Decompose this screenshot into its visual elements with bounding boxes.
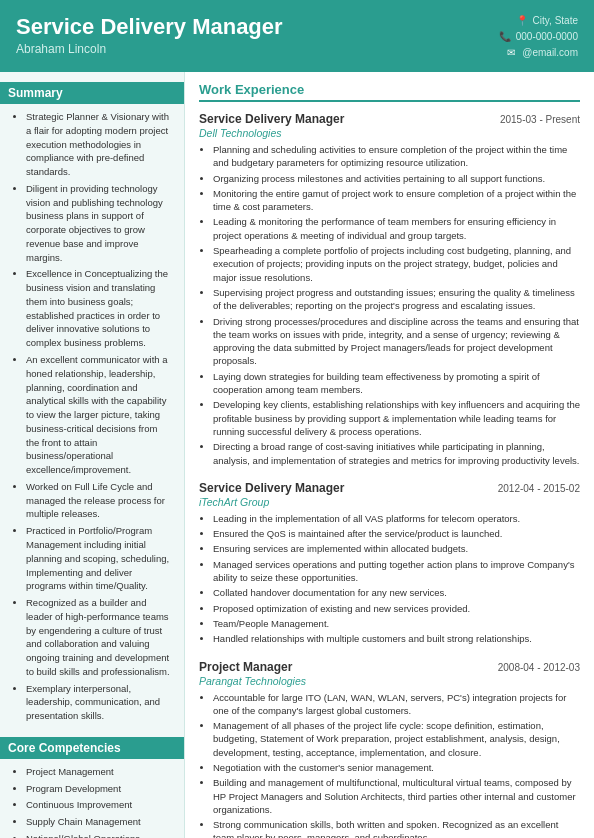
- list-item: Continuous Improvement: [26, 798, 172, 812]
- job-company: iTechArt Group: [199, 496, 580, 508]
- job-title: Project Manager: [199, 660, 292, 674]
- phone-icon: 📞: [499, 30, 511, 42]
- list-item: Planning and scheduling activities to en…: [213, 143, 580, 170]
- list-item: Leading & monitoring the performance of …: [213, 215, 580, 242]
- list-item: Strategic Planner & Visionary with a fla…: [26, 110, 172, 179]
- job-title: Service Delivery Manager: [199, 481, 344, 495]
- sidebar-section-title: Summary: [0, 82, 184, 104]
- job-entry: Service Delivery Manager2015-03 - Presen…: [199, 112, 580, 467]
- email-text: @email.com: [522, 47, 578, 58]
- page-title: Service Delivery Manager: [16, 14, 283, 40]
- list-item: Spearheading a complete portfolio of pro…: [213, 244, 580, 284]
- list-item: Monitoring the entire gamut of project w…: [213, 187, 580, 214]
- list-item: Accountable for large ITO (LAN, WAN, WLA…: [213, 691, 580, 718]
- list-item: Ensured the QoS is maintained after the …: [213, 527, 580, 540]
- header-subtitle: Abraham Lincoln: [16, 42, 283, 56]
- list-item: Handled relationships with multiple cust…: [213, 632, 580, 645]
- job-bullets: Accountable for large ITO (LAN, WAN, WLA…: [199, 691, 580, 839]
- list-item: Developing key clients, establishing rel…: [213, 398, 580, 438]
- job-title: Service Delivery Manager: [199, 112, 344, 126]
- sidebar-section: Core CompetenciesProject ManagementProgr…: [12, 737, 172, 838]
- list-item: Ensuring services are implemented within…: [213, 542, 580, 555]
- header-left: Service Delivery Manager Abraham Lincoln: [16, 14, 283, 56]
- work-experience-header: Work Experience: [199, 82, 580, 102]
- job-company: Dell Technologies: [199, 127, 580, 139]
- list-item: Building and management of multifunction…: [213, 776, 580, 816]
- job-dates: 2012-04 - 2015-02: [498, 483, 580, 494]
- job-company: Parangat Technologies: [199, 675, 580, 687]
- job-entry: Project Manager2008-04 - 2012-03Parangat…: [199, 660, 580, 839]
- main-layout: SummaryStrategic Planner & Visionary wit…: [0, 72, 594, 838]
- list-item: Program Development: [26, 782, 172, 796]
- sidebar-section-list: Strategic Planner & Visionary with a fla…: [12, 110, 172, 723]
- list-item: Supply Chain Management: [26, 815, 172, 829]
- list-item: Collated handover documentation for any …: [213, 586, 580, 599]
- location-text: City, State: [533, 15, 578, 26]
- list-item: Supervising project progress and outstan…: [213, 286, 580, 313]
- list-item: Directing a broad range of cost-saving i…: [213, 440, 580, 467]
- sidebar: SummaryStrategic Planner & Visionary wit…: [0, 72, 185, 838]
- contact-location: 📍 City, State: [516, 14, 578, 26]
- list-item: Leading in the implementation of all VAS…: [213, 512, 580, 525]
- job-bullets: Leading in the implementation of all VAS…: [199, 512, 580, 646]
- list-item: Worked on Full Life Cycle and managed th…: [26, 480, 172, 521]
- list-item: Project Management: [26, 765, 172, 779]
- list-item: Laying down strategies for building team…: [213, 370, 580, 397]
- sidebar-section-list: Project ManagementProgram DevelopmentCon…: [12, 765, 172, 838]
- job-bullets: Planning and scheduling activities to en…: [199, 143, 580, 467]
- job-title-row: Service Delivery Manager2015-03 - Presen…: [199, 112, 580, 126]
- list-item: Driving strong processes/procedures and …: [213, 315, 580, 368]
- header: Service Delivery Manager Abraham Lincoln…: [0, 0, 594, 72]
- content-area: Work Experience Service Delivery Manager…: [185, 72, 594, 838]
- phone-text: 000-000-0000: [516, 31, 578, 42]
- list-item: Negotiation with the customer's senior m…: [213, 761, 580, 774]
- job-dates: 2008-04 - 2012-03: [498, 662, 580, 673]
- contact-phone: 📞 000-000-0000: [499, 30, 578, 42]
- list-item: Diligent in providing technology vision …: [26, 182, 172, 265]
- list-item: Exemplary interpersonal, leadership, com…: [26, 682, 172, 723]
- job-title-row: Service Delivery Manager2012-04 - 2015-0…: [199, 481, 580, 495]
- sidebar-section: SummaryStrategic Planner & Visionary wit…: [12, 82, 172, 723]
- list-item: Recognized as a builder and leader of hi…: [26, 596, 172, 679]
- header-right: 📍 City, State 📞 000-000-0000 ✉ @email.co…: [499, 14, 578, 58]
- list-item: Proposed optimization of existing and ne…: [213, 602, 580, 615]
- contact-email: ✉ @email.com: [505, 46, 578, 58]
- list-item: An excellent communicator with a honed r…: [26, 353, 172, 477]
- sidebar-section-title: Core Competencies: [0, 737, 184, 759]
- job-title-row: Project Manager2008-04 - 2012-03: [199, 660, 580, 674]
- list-item: Excellence in Conceptualizing the busine…: [26, 267, 172, 350]
- list-item: Organizing process milestones and activi…: [213, 172, 580, 185]
- list-item: Team/People Management.: [213, 617, 580, 630]
- list-item: Managed services operations and putting …: [213, 558, 580, 585]
- email-icon: ✉: [505, 46, 517, 58]
- job-dates: 2015-03 - Present: [500, 114, 580, 125]
- jobs-container: Service Delivery Manager2015-03 - Presen…: [199, 112, 580, 838]
- location-icon: 📍: [516, 14, 528, 26]
- list-item: Strong communication skills, both writte…: [213, 818, 580, 838]
- job-entry: Service Delivery Manager2012-04 - 2015-0…: [199, 481, 580, 646]
- list-item: Practiced in Portfolio/Program Managemen…: [26, 524, 172, 593]
- list-item: National/Global Operations: [26, 832, 172, 838]
- list-item: Management of all phases of the project …: [213, 719, 580, 759]
